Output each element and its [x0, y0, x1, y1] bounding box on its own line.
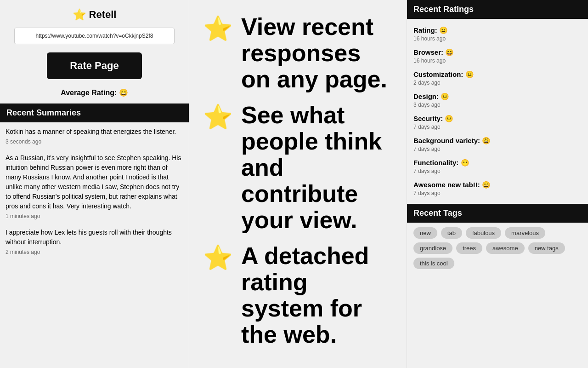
- app-title: Retell: [89, 9, 117, 21]
- summary-text: As a Russian, it's very insightful to se…: [6, 153, 183, 211]
- rating-label: Security: 😐: [413, 115, 582, 123]
- rating-time: 7 days ago: [413, 168, 582, 174]
- recent-ratings-header: Recent Ratings: [407, 0, 588, 19]
- tag-chip[interactable]: fabulous: [466, 227, 501, 239]
- average-rating: Average Rating: 😄: [61, 88, 128, 97]
- recent-summaries-header: Recent Summaries: [0, 104, 189, 122]
- rating-time: 16 hours ago: [413, 35, 582, 42]
- right-panel: Recent Ratings Rating: 😐 16 hours ago Br…: [407, 0, 588, 368]
- rating-time: 16 hours ago: [413, 58, 582, 64]
- rating-emoji: 😐: [465, 70, 474, 78]
- middle-panel: ⭐ View recent responses on any page. ⭐ S…: [189, 0, 407, 368]
- rating-time: 3 days ago: [413, 102, 582, 108]
- rating-time: 7 days ago: [413, 124, 582, 130]
- feature-star-icon: ⭐: [203, 105, 233, 129]
- left-panel: ⭐ Retell https://www.youtube.com/watch?v…: [0, 0, 189, 368]
- tag-chip[interactable]: trees: [456, 242, 482, 254]
- rating-label: Customization: 😐: [413, 70, 582, 79]
- rating-emoji: 😄: [445, 48, 454, 56]
- feature-star-icon: ⭐: [203, 17, 233, 40]
- rating-item: Customization: 😐 2 days ago: [407, 67, 588, 89]
- rate-page-button[interactable]: Rate Page: [47, 52, 141, 79]
- rating-emoji: 😐: [439, 26, 448, 34]
- ratings-list: Rating: 😐 16 hours ago Browser: 😄 16 hou…: [407, 23, 588, 199]
- rating-item: Background variety: 😩 7 days ago: [407, 133, 588, 155]
- rating-label: Rating: 😐: [413, 26, 582, 34]
- tag-chip[interactable]: marvelous: [505, 227, 545, 239]
- app-header: ⭐ Retell: [0, 0, 189, 28]
- rating-emoji: 😐: [445, 115, 453, 122]
- url-bar[interactable]: https://www.youtube.com/watch?v=oCkkjnpS…: [14, 28, 175, 44]
- rating-item: Security: 😐 7 days ago: [407, 111, 588, 133]
- rating-time: 7 days ago: [413, 190, 582, 196]
- summaries-list: Kotkin has a manner of speaking that ene…: [0, 127, 189, 368]
- rating-item: Functionality: 😐 7 days ago: [407, 155, 588, 177]
- rating-emoji: 😐: [461, 159, 469, 167]
- rating-item: Design: 😐 3 days ago: [407, 89, 588, 111]
- summary-item: I appreciate how Lex lets his guests rol…: [4, 228, 185, 255]
- feature-text: View recent responses on any page.: [241, 14, 393, 93]
- average-rating-emoji: 😄: [119, 89, 128, 97]
- star-icon: ⭐: [73, 8, 86, 21]
- tag-chip[interactable]: new: [413, 227, 437, 239]
- rating-label: Browser: 😄: [413, 48, 582, 57]
- recent-tags-header: Recent Tags: [407, 204, 588, 223]
- rating-time: 2 days ago: [413, 80, 582, 86]
- rating-item: Awesome new tab!!: 😄 7 days ago: [407, 177, 588, 199]
- rating-label: Background variety: 😩: [413, 137, 582, 145]
- summary-time: 2 minutes ago: [6, 249, 183, 255]
- summary-item: Kotkin has a manner of speaking that ene…: [4, 127, 185, 145]
- rating-item: Browser: 😄 16 hours ago: [407, 45, 588, 67]
- summary-time: 1 minutes ago: [6, 213, 183, 219]
- rating-emoji: 😩: [482, 137, 491, 144]
- tag-chip[interactable]: new tags: [528, 242, 565, 254]
- rating-emoji: 😄: [482, 181, 491, 189]
- tag-chip[interactable]: this is cool: [413, 258, 454, 269]
- summary-time: 3 seconds ago: [6, 138, 183, 145]
- feature-text: A detached rating system for the web.: [241, 243, 393, 348]
- rating-label: Awesome new tab!!: 😄: [413, 181, 582, 189]
- feature-block: ⭐ See what people think and contribute y…: [203, 102, 393, 234]
- summary-text: Kotkin has a manner of speaking that ene…: [6, 127, 183, 137]
- rating-time: 7 days ago: [413, 146, 582, 152]
- feature-star-icon: ⭐: [203, 246, 233, 270]
- feature-block: ⭐ A detached rating system for the web.: [203, 243, 393, 348]
- summary-item: As a Russian, it's very insightful to se…: [4, 153, 185, 219]
- rating-item: Rating: 😐 16 hours ago: [407, 23, 588, 45]
- rating-emoji: 😐: [441, 92, 449, 100]
- tag-chip[interactable]: tab: [441, 227, 462, 239]
- tags-container: newtabfabulousmarvelousgrandiosetreesawe…: [407, 227, 588, 276]
- rating-label: Design: 😐: [413, 92, 582, 101]
- tag-chip[interactable]: awesome: [486, 242, 525, 254]
- tag-chip[interactable]: grandiose: [413, 242, 452, 254]
- rating-label: Functionality: 😐: [413, 159, 582, 167]
- feature-text: See what people think and contribute you…: [241, 102, 393, 234]
- summary-text: I appreciate how Lex lets his guests rol…: [6, 228, 183, 247]
- feature-block: ⭐ View recent responses on any page.: [203, 14, 393, 93]
